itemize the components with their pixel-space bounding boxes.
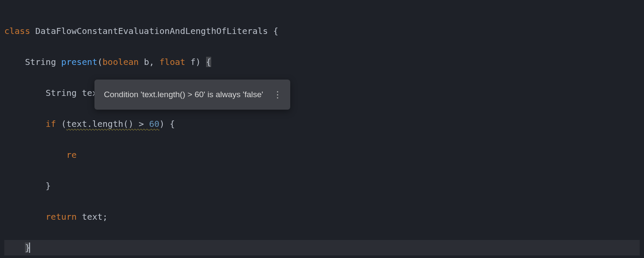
indent <box>4 181 46 191</box>
indent <box>4 119 46 129</box>
tooltip-message: Condition 'text.length() > 60' is always… <box>104 87 263 102</box>
text-cursor <box>29 243 30 253</box>
brace-open: { <box>170 119 175 129</box>
indent <box>4 88 46 98</box>
code-line: String present(boolean b, float f) { <box>4 54 640 70</box>
indent <box>4 57 25 67</box>
code-editor[interactable]: class DataFlowConstantEvaluationAndLengt… <box>0 0 644 258</box>
paren-close: ) <box>159 119 164 129</box>
more-actions-icon[interactable] <box>276 90 279 99</box>
paren-close: ) <box>196 57 206 67</box>
method-name: present <box>61 57 97 67</box>
param-type: float <box>159 57 185 67</box>
space <box>56 119 61 129</box>
inspection-tooltip[interactable]: Condition 'text.length() > 60' is always… <box>94 80 290 110</box>
keyword-return: return <box>46 212 76 222</box>
param-name: f <box>185 57 196 67</box>
paren-open: ( <box>97 57 103 67</box>
var-ref: text <box>82 212 103 222</box>
code-line: if (text.length() > 60) { <box>4 116 640 132</box>
semicolon: ; <box>103 212 108 222</box>
class-name-text: DataFlowConstantEvaluationAndLengthOfLit… <box>30 26 273 36</box>
number-literal[interactable]: 60 <box>149 119 159 129</box>
brace-open: { <box>273 26 278 36</box>
keyword-partial: re <box>67 150 77 160</box>
code-line: return text; <box>4 209 640 224</box>
space <box>77 212 82 222</box>
keyword-if: if <box>46 119 56 129</box>
indent <box>4 243 25 253</box>
warning-expression[interactable]: text.length() > <box>67 119 149 129</box>
paren-open: ( <box>61 119 66 129</box>
code-line: } <box>4 178 640 194</box>
brace-open-highlighted: { <box>206 57 211 67</box>
param-name: b <box>139 57 149 67</box>
comma: , <box>149 57 159 67</box>
indent <box>4 212 46 222</box>
code-line: re <box>4 147 640 163</box>
code-line-current: } <box>4 240 640 255</box>
brace-close: } <box>46 181 51 191</box>
param-type: boolean <box>103 57 139 67</box>
space <box>164 119 170 129</box>
code-line: class DataFlowConstantEvaluationAndLengt… <box>4 23 640 39</box>
keyword-class: class <box>4 26 30 36</box>
indent <box>4 150 67 160</box>
return-type: String <box>25 57 61 67</box>
